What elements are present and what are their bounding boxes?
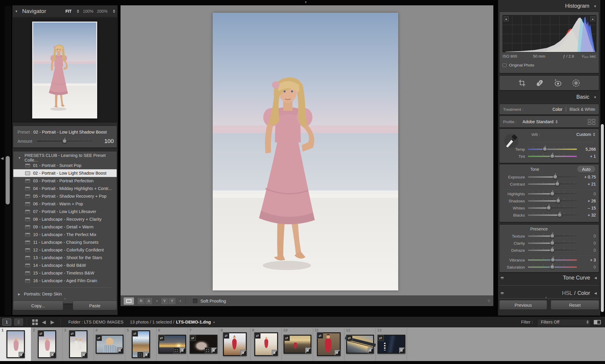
preset-item[interactable]: 09 - Landscape - Detail + Warm <box>13 223 117 231</box>
contrast-slider-thumb[interactable] <box>555 182 560 186</box>
preset-item[interactable]: 12 - Landscape - Colorfully Confident <box>13 246 117 254</box>
preset-item[interactable]: 06 - Portrait - Warm + Pop <box>13 200 117 208</box>
filmstrip-cell-13[interactable]: 13⇄± <box>376 327 407 361</box>
toolbar-options-icon[interactable]: ▽ <box>488 299 490 303</box>
sync-badge-icon[interactable]: ⇄ <box>284 335 290 341</box>
tone-curve-panel-toggle[interactable] <box>500 277 504 280</box>
sync-badge-icon[interactable]: ⇄ <box>96 335 102 341</box>
sync-badge-icon[interactable]: ⇄ <box>347 335 352 341</box>
filmstrip-cell-4[interactable]: 4⇄± <box>94 327 125 361</box>
copy-button[interactable]: Copy... <box>13 301 63 310</box>
temp-slider-thumb[interactable] <box>543 147 547 151</box>
filmstrip-thumbnail[interactable]: ⇄± <box>255 333 278 356</box>
hsl-color-header[interactable]: HSL / Color ◀ <box>562 290 597 296</box>
profile-spinner-icon[interactable] <box>555 120 558 124</box>
preset-item[interactable]: 11 - Landscape - Chasing Sunsets <box>13 238 117 246</box>
soft-proofing-checkbox[interactable] <box>193 299 197 303</box>
adjustment-badge-icon[interactable]: ± <box>144 352 150 358</box>
sync-badge-icon[interactable]: ⇄ <box>132 331 138 337</box>
sync-badge-icon[interactable]: ⇄ <box>190 335 196 341</box>
profile-browser-icon[interactable] <box>588 119 595 125</box>
temp-slider-track[interactable] <box>528 149 577 150</box>
tint-slider-track[interactable] <box>528 156 577 157</box>
adjustment-badge-icon[interactable]: ± <box>117 347 123 353</box>
zoom-100-button[interactable]: 100% <box>83 9 93 14</box>
left-scrollbar-thumb[interactable] <box>6 156 10 204</box>
filmstrip-thumbnail[interactable]: ⇄± <box>223 333 246 356</box>
crop-badge-icon[interactable] <box>173 347 179 353</box>
preset-item[interactable]: 15 - Landscape - Timeless B&W <box>13 269 117 277</box>
dehaze-slider-track[interactable] <box>528 250 577 251</box>
preset-item[interactable]: 05 - Portrait - Shadow Recovery + Pop <box>13 192 117 200</box>
contrast-slider-track[interactable] <box>528 183 577 185</box>
tone-curve-collapsed-icon[interactable]: ◀ <box>594 276 597 280</box>
wb-value[interactable]: Custom <box>576 132 591 137</box>
right-panel-scrollbar[interactable] <box>600 0 604 364</box>
adjustment-badge-icon[interactable]: ± <box>240 350 246 356</box>
adjustment-badge-icon[interactable]: ± <box>211 347 217 353</box>
histogram-header[interactable]: Histogram ▼ <box>565 3 597 9</box>
preset-item[interactable]: 08 - Landscape - Recovery + Clarity <box>13 215 117 223</box>
grid-view-icon[interactable] <box>32 319 38 325</box>
filmstrip-cell-8[interactable]: 8⇄± <box>219 327 251 361</box>
filename-dropdown-icon[interactable]: ▾ <box>213 321 215 324</box>
sync-badge-icon[interactable]: ⇄ <box>38 331 44 337</box>
before-after-dropdown-icon[interactable]: ▾ <box>180 300 181 303</box>
crop-badge-icon[interactable] <box>137 352 143 358</box>
histogram-graph[interactable]: ▲ ▲ <box>502 15 596 52</box>
crop-badge-icon[interactable] <box>205 347 211 353</box>
adjustment-badge-icon[interactable]: ± <box>272 350 278 356</box>
whites-slider-thumb[interactable] <box>547 206 551 210</box>
paste-button[interactable]: Paste <box>73 301 117 310</box>
histogram-collapse-icon[interactable]: ▼ <box>593 4 597 8</box>
texture-slider-track[interactable] <box>528 235 577 237</box>
filmstrip-thumbnail[interactable]: ⇄± <box>69 331 87 358</box>
filmstrip-cell-1[interactable]: 1± <box>0 327 31 361</box>
second-window-button[interactable]: 2 <box>14 318 23 326</box>
basic-collapse-icon[interactable]: ▼ <box>593 95 597 99</box>
original-photo-checkbox[interactable] <box>502 64 507 67</box>
navigator-collapse-icon[interactable]: ▼ <box>15 9 18 13</box>
preset-item[interactable]: 14 - Landscape - Bold B&W <box>13 261 117 269</box>
forward-arrow-icon[interactable]: ▶ <box>51 319 54 325</box>
masking-tool-icon[interactable] <box>572 79 580 87</box>
main-photo[interactable] <box>213 13 398 290</box>
sync-badge-icon[interactable]: ⇄ <box>223 333 229 339</box>
filmstrip-thumbnail[interactable]: ⇄± <box>317 333 340 356</box>
zoom-spinner-icon[interactable] <box>113 9 115 13</box>
highlights-slider-track[interactable] <box>528 193 577 194</box>
filmstrip-cell-3[interactable]: 3⇄± <box>63 327 94 361</box>
filmstrip-cell-11[interactable]: 11⇄± <box>313 327 344 361</box>
right-panel-resize-grip[interactable]: ▾ <box>545 296 547 299</box>
saturation-slider-thumb[interactable] <box>550 265 554 269</box>
collapse-left-panel-icon[interactable]: ◀ <box>1 156 4 160</box>
filmstrip-thumbnail[interactable]: ⇄± <box>347 335 374 353</box>
collapse-top-panel-icon[interactable]: ▼ <box>304 1 307 4</box>
dehaze-slider-thumb[interactable] <box>550 248 554 252</box>
loupe-view-button[interactable] <box>123 297 134 305</box>
before-after-button[interactable]: YY <box>161 297 176 305</box>
filmstrip-thumbnail[interactable]: ⇄± <box>132 331 150 358</box>
profile-value[interactable]: Adobe Standard <box>523 119 554 124</box>
reference-view-button[interactable]: RA <box>137 297 153 305</box>
clarity-slider-track[interactable] <box>528 243 577 244</box>
preset-item[interactable]: 16 - Landscape - Aged Film Grain <box>13 277 117 285</box>
previous-button[interactable]: Previous <box>499 300 547 310</box>
sync-badge-icon[interactable]: ⇄ <box>255 333 261 339</box>
vibrance-slider-track[interactable] <box>528 259 577 261</box>
tone-curve-header[interactable]: Tone Curve ◀ <box>563 275 597 281</box>
hsl-collapsed-icon[interactable]: ◀ <box>594 291 597 295</box>
wb-spinner-icon[interactable] <box>593 133 595 136</box>
amount-slider-track[interactable] <box>37 141 92 142</box>
whites-slider-track[interactable] <box>528 207 577 209</box>
shadows-slider-track[interactable] <box>528 200 577 202</box>
clarity-slider-thumb[interactable] <box>550 241 554 245</box>
crop-tool-icon[interactable] <box>518 79 526 87</box>
preset-item[interactable]: 13 - Landscape - Shoot for the Stars <box>13 254 117 261</box>
saturation-slider-track[interactable] <box>528 266 577 268</box>
exposure-slider-thumb[interactable] <box>553 175 557 179</box>
adjustment-badge-icon[interactable]: ± <box>81 352 87 358</box>
adjustment-badge-icon[interactable]: ± <box>399 347 405 353</box>
right-scrollbar-thumb[interactable] <box>601 124 604 312</box>
adjustment-badge-icon[interactable]: ± <box>50 352 56 358</box>
